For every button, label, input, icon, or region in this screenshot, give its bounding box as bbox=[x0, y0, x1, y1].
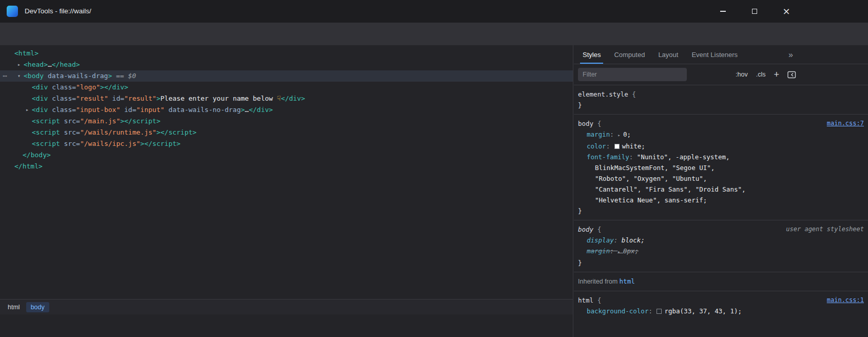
disclosure-arrow-icon[interactable]: ▸ bbox=[16, 59, 22, 70]
inherited-node-link[interactable]: html bbox=[620, 277, 635, 285]
property-value: "Helvetica Neue", sans-serif; bbox=[595, 196, 707, 204]
styles-sidebar: StylesComputedLayoutEvent Listeners » :h… bbox=[574, 45, 868, 337]
colon: : bbox=[606, 142, 614, 150]
css-declaration-continued: "Helvetica Neue", sans-serif; bbox=[578, 195, 795, 205]
toggle-element-classes-button[interactable]: .cls bbox=[756, 71, 766, 78]
code-token-tag: ></script> bbox=[120, 117, 160, 125]
style-rule: main.css:1html {background-color: rgba(3… bbox=[574, 291, 868, 320]
tree-row[interactable]: </body> bbox=[0, 149, 573, 161]
code-token-tag: </body> bbox=[23, 151, 51, 159]
breadcrumb-item-html[interactable]: html bbox=[3, 302, 25, 312]
breadcrumb: htmlbody bbox=[0, 299, 573, 314]
row-menu-icon[interactable]: ⋯ bbox=[3, 70, 8, 82]
styles-sections: element.style {}main.css:7body {margin: … bbox=[574, 85, 868, 320]
code-token-attr: id= bbox=[120, 106, 136, 114]
close-icon: × bbox=[782, 7, 790, 16]
code-token-val: "logo" bbox=[76, 83, 100, 91]
css-declaration[interactable]: color: white; bbox=[578, 141, 795, 152]
window-controls: × bbox=[707, 0, 802, 23]
disclosure-arrow-icon[interactable]: ▾ bbox=[16, 70, 22, 82]
close-brace: } bbox=[578, 257, 795, 268]
rule-selector[interactable]: element.style bbox=[578, 90, 628, 98]
rule-selector[interactable]: body bbox=[578, 120, 593, 127]
sidebar-tab-styles[interactable]: Styles bbox=[576, 45, 607, 64]
toggle-pseudo-state-button[interactable]: :hov bbox=[736, 71, 748, 78]
breadcrumb-item-body[interactable]: body bbox=[26, 302, 49, 312]
stylesheet-link[interactable]: main.css:7 bbox=[827, 118, 864, 129]
elements-panel: <html>▸<head>…</head>⋯▾<body data-wails-… bbox=[0, 45, 573, 337]
tree-row[interactable]: <script src="/main.js"></script> bbox=[0, 116, 573, 127]
close-brace: } bbox=[578, 100, 795, 110]
code-token-tag: <script bbox=[32, 140, 60, 147]
new-style-rule-button[interactable]: + bbox=[774, 70, 779, 79]
expand-value-icon[interactable]: ▸ bbox=[618, 249, 623, 254]
tree-row[interactable]: <html> bbox=[0, 48, 573, 59]
css-declaration[interactable]: margin: ▸ 0; bbox=[578, 129, 795, 141]
minimize-icon bbox=[720, 11, 726, 12]
computed-styles-sidebar-icon[interactable] bbox=[787, 71, 796, 79]
rule-header: main.css:1html { bbox=[578, 295, 795, 306]
styles-toolbar-actions: :hov .cls + bbox=[736, 70, 796, 79]
code-token-marker: == $0 bbox=[112, 72, 136, 80]
styles-filter-input[interactable] bbox=[578, 68, 687, 81]
open-brace: { bbox=[628, 90, 636, 98]
tree-row[interactable]: <script src="/wails/ipc.js"></script> bbox=[0, 138, 573, 149]
tree-row[interactable]: <div class="result" id="result">Please e… bbox=[0, 93, 573, 104]
minimize-button[interactable] bbox=[707, 0, 739, 23]
rule-header: element.style { bbox=[578, 89, 795, 100]
close-button[interactable]: × bbox=[770, 0, 802, 23]
code-token-val: "result" bbox=[124, 95, 157, 102]
code-token-tag: ></div> bbox=[100, 83, 128, 91]
color-swatch[interactable] bbox=[657, 309, 662, 314]
css-declaration[interactable]: margin: ▸ 8px; bbox=[578, 246, 795, 257]
css-declaration-continued: "Roboto", "Oxygen", "Ubuntu", bbox=[578, 173, 795, 184]
code-token-val: "input-box" bbox=[76, 106, 120, 114]
stylesheet-link[interactable]: main.css:1 bbox=[827, 295, 864, 306]
property-name: display bbox=[587, 236, 614, 244]
code-token-tag: ></script> bbox=[140, 140, 180, 147]
css-declaration[interactable]: background-color: rgba(33, 37, 43, 1); bbox=[578, 306, 795, 316]
css-declaration[interactable]: font-family: "Nunito", -apple-system, bbox=[578, 152, 795, 162]
code-token-text: … bbox=[48, 61, 52, 68]
code-token-attr: id= bbox=[108, 95, 124, 102]
tree-row[interactable]: ▸<div class="input-box" id="input" data-… bbox=[0, 104, 573, 116]
color-swatch[interactable] bbox=[614, 144, 620, 149]
styles-sidebar-tabs: StylesComputedLayoutEvent Listeners bbox=[574, 45, 868, 64]
overflow-tabs-button[interactable]: » bbox=[788, 45, 793, 64]
sidebar-tab-label: Layout bbox=[658, 51, 678, 59]
inherited-header: Inherited from html bbox=[574, 272, 868, 291]
code-token-attr: class= bbox=[48, 95, 76, 102]
tree-row[interactable]: ⋯▾<body data-wails-drag> == $0 bbox=[0, 70, 573, 82]
property-value: 0; bbox=[623, 130, 631, 138]
property-name: font-family bbox=[587, 153, 629, 161]
sidebar-tab-layout[interactable]: Layout bbox=[651, 45, 685, 64]
css-declaration[interactable]: display: block; bbox=[578, 235, 795, 246]
tree-row[interactable]: <script src="/wails/runtime.js"></script… bbox=[0, 127, 573, 138]
style-rule: user agent stylesheetbody {display: bloc… bbox=[574, 220, 868, 272]
styles-toolbar: :hov .cls + bbox=[574, 64, 868, 85]
code-token-text: Please enter your name below bbox=[161, 95, 277, 102]
rule-selector[interactable]: html bbox=[578, 296, 593, 304]
double-chevron-icon: » bbox=[788, 50, 793, 60]
property-value: "Nunito", -apple-system, bbox=[637, 153, 730, 161]
code-token-val: "/wails/runtime.js" bbox=[80, 128, 157, 136]
close-brace: } bbox=[578, 205, 795, 216]
property-value: white; bbox=[622, 142, 645, 150]
tree-row[interactable]: ▸<head>…</head> bbox=[0, 59, 573, 70]
sidebar-tab-event-listeners[interactable]: Event Listeners bbox=[685, 45, 744, 64]
window-titlebar: DevTools - file://wails/ × bbox=[0, 0, 868, 23]
tree-row[interactable]: </html> bbox=[0, 161, 573, 172]
devtools-app-icon bbox=[7, 6, 18, 17]
maximize-button[interactable] bbox=[739, 0, 770, 23]
code-token-attr: src= bbox=[60, 117, 80, 125]
expand-value-icon[interactable]: ▸ bbox=[618, 133, 623, 138]
code-token-tag: <div bbox=[32, 83, 48, 91]
sidebar-tab-computed[interactable]: Computed bbox=[607, 45, 651, 64]
css-declaration-continued: "Cantarell", "Fira Sans", "Droid Sans", bbox=[578, 184, 795, 195]
tree-row[interactable]: <div class="logo"></div> bbox=[0, 82, 573, 93]
rule-selector[interactable]: body bbox=[578, 226, 593, 233]
disclosure-arrow-icon[interactable]: ▸ bbox=[24, 104, 30, 116]
sidebar-tab-label: Styles bbox=[583, 51, 601, 59]
property-name: color bbox=[587, 142, 606, 150]
property-value: 8px; bbox=[623, 247, 639, 255]
